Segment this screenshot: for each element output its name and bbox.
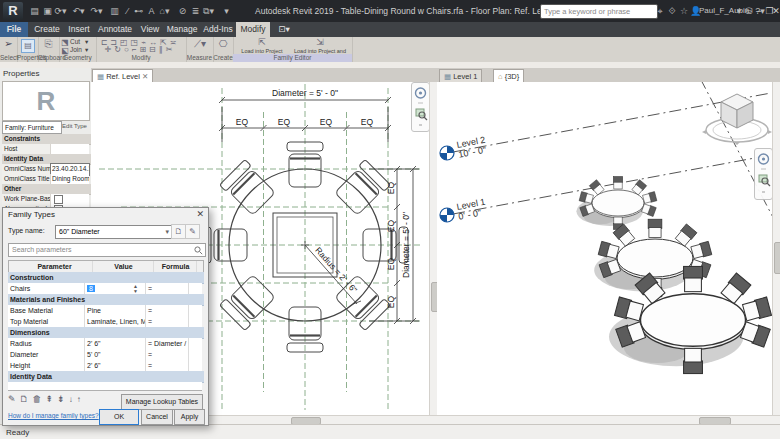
a360-signin-icon[interactable]: ⟐ — [666, 4, 678, 18]
move-down-icon[interactable]: ⇟ — [57, 394, 69, 404]
panel-label-geometry[interactable]: Geometry — [59, 54, 96, 62]
edit-parameter-icon[interactable]: ✎ — [8, 394, 20, 404]
aligned-dimension-icon[interactable]: ⊷ — [132, 4, 145, 18]
cut-label[interactable]: Cut — [70, 38, 80, 46]
view3d-vscroll-thumb[interactable] — [774, 242, 780, 274]
tab-file[interactable]: File — [0, 22, 28, 37]
panel-label-family-editor[interactable]: Family Editor — [233, 54, 352, 62]
radius-label[interactable]: Radius — [8, 338, 85, 349]
col-value[interactable]: Value — [93, 261, 154, 272]
redo-icon[interactable]: ↷▾ — [90, 4, 103, 18]
diameter-formula[interactable]: = — [146, 349, 189, 360]
tab-create[interactable]: Create — [30, 22, 64, 37]
window-close-button[interactable]: ✕ — [772, 0, 780, 22]
height-formula[interactable]: = — [146, 360, 189, 371]
edit-type-button[interactable]: Edit Type — [60, 121, 89, 132]
base-material-formula[interactable]: = — [146, 305, 189, 316]
help-link[interactable]: How do I manage family types? — [8, 412, 99, 419]
panel-label-properties[interactable]: Properties — [17, 54, 38, 62]
eq-label[interactable]: EQ — [320, 117, 333, 127]
top-material-formula[interactable]: = — [146, 316, 189, 327]
base-material-value[interactable]: Pine — [85, 305, 146, 316]
paste-icon[interactable]: ⎘ — [43, 39, 54, 48]
radius-formula[interactable]: = Diameter / 2 — [146, 338, 189, 349]
thin-lines-icon[interactable]: ≣ — [189, 4, 202, 18]
eq-label[interactable]: EQ — [278, 117, 291, 127]
work-plane-based-checkbox[interactable] — [54, 195, 63, 204]
steering-wheel-icon[interactable] — [759, 154, 769, 164]
rename-type-icon[interactable]: ✎ — [185, 224, 200, 239]
open-icon[interactable]: ▤ — [28, 4, 41, 18]
tab-ref-level[interactable]: ▦ Ref. Level ✕ — [92, 69, 153, 83]
default-3d-view-icon[interactable]: ⌂▾ — [158, 4, 171, 18]
help-search-input[interactable]: Type a keyword or phrase — [540, 4, 658, 19]
delete-type-icon[interactable] — [199, 224, 205, 237]
tab-manage[interactable]: Manage — [164, 22, 200, 37]
eq-label[interactable]: EQ — [386, 257, 396, 270]
modify-tools-row2-icons[interactable]: ✛↻○⌐⊞⊟∥✂ — [98, 45, 182, 54]
type-name-dropdown[interactable]: 60" Diameter ▾ — [55, 225, 172, 239]
tab-annotate[interactable]: Annotate — [94, 22, 136, 37]
diameter-value[interactable]: 5' 0" — [85, 349, 146, 360]
switch-windows-icon[interactable]: ⧉▾ — [202, 4, 215, 18]
chairs-value-input[interactable]: 8 — [87, 285, 95, 292]
delete-parameter-icon[interactable]: 🗑 — [33, 394, 46, 404]
tab-close-icon[interactable]: ✕ — [142, 72, 148, 81]
search-binoculars-icon[interactable]: ⌖ — [653, 4, 667, 18]
zoom-tool-icon[interactable] — [416, 109, 427, 120]
sort-descending-icon[interactable]: ↑ — [77, 395, 85, 404]
tab-level-1[interactable]: ▦ Level 1 — [439, 69, 482, 83]
undo-icon[interactable]: ↶▾ — [72, 4, 85, 18]
favorites-star-icon[interactable]: ☆ — [678, 4, 690, 18]
spinner-up-icon[interactable]: ▲▼ — [133, 284, 138, 294]
qat-customize-icon[interactable]: ▾ — [220, 4, 233, 18]
join-label[interactable]: Join — [70, 46, 82, 54]
eq-label[interactable]: EQ — [386, 295, 396, 308]
eq-label[interactable]: EQ — [236, 117, 249, 127]
view3d-vertical-scrollbar[interactable] — [772, 82, 780, 415]
zoom-tool-icon[interactable] — [759, 175, 770, 186]
print-icon[interactable]: ▥ — [108, 4, 121, 18]
properties-button[interactable]: ▤ — [21, 39, 35, 53]
sort-ascending-icon[interactable]: ↓ — [69, 395, 77, 404]
user-dropdown-icon[interactable]: ▾ — [735, 4, 743, 18]
tab-3d[interactable]: ⌂ {3D} — [493, 69, 524, 83]
section-icon[interactable]: ⊘ — [176, 4, 189, 18]
tab-modify[interactable]: Modify — [236, 22, 270, 37]
eq-label[interactable]: EQ — [386, 219, 396, 232]
search-parameters-input[interactable]: Search parameters — [8, 243, 206, 257]
panel-label-select[interactable]: Select — [0, 54, 17, 62]
panel-label-create[interactable]: Create — [213, 54, 233, 62]
table-3d-small[interactable] — [576, 176, 656, 229]
top-material-value[interactable]: Laminate, Linen, Matte — [85, 316, 146, 327]
dim-radius[interactable]: Radius = 2' - 6" — [313, 245, 359, 295]
tab-view[interactable]: View — [136, 22, 164, 37]
load-into-project-button[interactable]: ⇱ Load into Project — [237, 38, 287, 54]
create-component-icon[interactable]: ⎔ — [217, 39, 229, 48]
view3d-canvas[interactable]: Level 2 10' - 0" Level 1 0' - 0" — [437, 82, 772, 415]
new-type-icon[interactable]: 🗋 — [171, 224, 186, 239]
chairs-formula[interactable]: = — [146, 283, 189, 294]
level-2-datum[interactable]: Level 2 10' - 0" — [440, 135, 488, 160]
top-material-label[interactable]: Top Material — [8, 316, 85, 327]
radius-value[interactable]: 2' 6" — [85, 338, 146, 349]
eq-label[interactable]: EQ — [386, 181, 396, 194]
move-up-icon[interactable]: ⇞ — [46, 394, 58, 404]
type-selector-dropdown[interactable]: Family: Furniture — [2, 121, 62, 134]
modify-cursor-icon[interactable]: ➢ — [3, 39, 14, 48]
text-icon[interactable]: A — [145, 4, 158, 18]
col-formula[interactable]: Formula — [154, 261, 197, 272]
ribbon-options-dropdown-icon[interactable]: ⊡▾ — [274, 22, 294, 37]
cancel-button[interactable]: Cancel — [141, 409, 173, 425]
panel-label-measure[interactable]: Measure — [186, 54, 213, 62]
height-value[interactable]: 2' 6" — [85, 360, 146, 371]
cut-dropdown-icon[interactable]: ▾ — [85, 38, 88, 46]
panel-label-modify[interactable]: Modify — [96, 54, 186, 62]
new-parameter-icon[interactable]: 🗋 — [20, 394, 33, 404]
dim-diameter-right[interactable]: Diameter = 5' - 0" — [401, 212, 411, 278]
tab-addins[interactable]: Add-Ins — [200, 22, 236, 37]
col-parameter[interactable]: Parameter — [16, 261, 93, 272]
height-label[interactable]: Height — [8, 360, 85, 371]
apply-button[interactable]: Apply — [174, 409, 205, 425]
diameter-label[interactable]: Diameter — [8, 349, 85, 360]
